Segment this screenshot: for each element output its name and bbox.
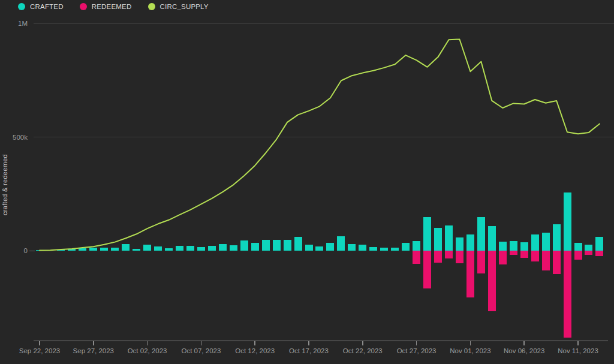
x-tick-label: Oct 27, 2023 bbox=[397, 347, 437, 354]
crafted-bar bbox=[143, 245, 151, 251]
crafted-bar bbox=[133, 249, 140, 251]
crafted-bar bbox=[294, 237, 302, 251]
y-axis-title: crafted & redeemed bbox=[1, 140, 8, 230]
redeemed-bar bbox=[423, 251, 431, 288]
crafted-bar bbox=[456, 237, 463, 251]
crafted-bar bbox=[477, 217, 485, 251]
legend-item-crafted[interactable]: CRAFTED bbox=[18, 3, 64, 10]
crafted-bar bbox=[369, 247, 377, 251]
crafted-bar bbox=[542, 233, 550, 251]
crafted-bar bbox=[79, 248, 86, 251]
crafted-bar bbox=[100, 248, 108, 251]
crafted-bar bbox=[413, 241, 420, 251]
redeemed-bar bbox=[488, 251, 496, 311]
redeemed-bar bbox=[531, 251, 539, 261]
redeemed-bar bbox=[574, 251, 582, 260]
crafted-bar bbox=[154, 246, 162, 251]
crafted-bar bbox=[520, 242, 528, 251]
crafted-bar bbox=[89, 248, 97, 251]
x-tick-label: Nov 01, 2023 bbox=[450, 347, 490, 354]
crafted-bar bbox=[466, 234, 474, 251]
crafted-bar bbox=[262, 240, 270, 251]
crafted-bar bbox=[122, 244, 130, 251]
redeemed-bar bbox=[456, 251, 463, 263]
x-tick-label: Oct 07, 2023 bbox=[181, 347, 221, 354]
circ-supply-line bbox=[40, 40, 600, 251]
redeemed-bar bbox=[585, 251, 592, 255]
x-tick-label: Nov 11, 2023 bbox=[558, 347, 598, 354]
crafted-bar bbox=[359, 245, 366, 251]
x-tick-label: Oct 02, 2023 bbox=[128, 347, 167, 354]
x-tick-label: Oct 22, 2023 bbox=[343, 347, 383, 354]
crafted-legend-dot-icon bbox=[18, 3, 25, 10]
crafted-bar bbox=[574, 243, 582, 251]
x-tick-label: Oct 17, 2023 bbox=[289, 347, 329, 354]
crafted-bar bbox=[445, 225, 453, 251]
redeemed-bar bbox=[564, 251, 571, 338]
crafted-bar bbox=[553, 224, 561, 251]
redeemed-bar bbox=[499, 251, 507, 264]
legend-label-circ-supply: CIRC_SUPPLY bbox=[160, 3, 209, 10]
crafted-bar bbox=[595, 237, 603, 251]
chart-root: CRAFTED REDEEMED CIRC_SUPPLY crafted & r… bbox=[0, 0, 614, 364]
crafted-bar bbox=[510, 241, 517, 251]
crafted-bar bbox=[348, 244, 356, 251]
crafted-bar bbox=[585, 245, 592, 251]
crafted-bar bbox=[488, 226, 496, 251]
crafted-bar bbox=[240, 240, 248, 251]
redeemed-bar bbox=[542, 251, 550, 270]
legend-item-circ-supply[interactable]: CIRC_SUPPLY bbox=[148, 3, 209, 10]
y-tick-label-1m: 1M bbox=[0, 20, 28, 27]
crafted-bar bbox=[326, 243, 334, 251]
redeemed-legend-dot-icon bbox=[80, 3, 87, 10]
crafted-bar bbox=[402, 243, 410, 251]
crafted-bar bbox=[564, 192, 571, 251]
legend-label-redeemed: REDEEMED bbox=[92, 3, 132, 10]
crafted-bar bbox=[423, 217, 431, 251]
crafted-bar bbox=[111, 248, 119, 251]
redeemed-bar bbox=[510, 251, 517, 255]
crafted-bar bbox=[284, 240, 291, 251]
crafted-bar bbox=[230, 245, 237, 251]
legend-item-redeemed[interactable]: REDEEMED bbox=[80, 3, 132, 10]
crafted-bar bbox=[391, 248, 399, 251]
redeemed-bar bbox=[553, 251, 561, 274]
crafted-bar bbox=[315, 246, 323, 251]
crafted-bar bbox=[197, 247, 205, 251]
legend-label-crafted: CRAFTED bbox=[30, 3, 64, 10]
redeemed-bar bbox=[466, 251, 474, 297]
crafted-bar bbox=[499, 242, 507, 251]
crafted-bar bbox=[434, 228, 442, 251]
redeemed-bar bbox=[477, 251, 485, 273]
crafted-bar bbox=[531, 234, 539, 251]
crafted-bar bbox=[380, 248, 388, 251]
x-tick-label: Nov 06, 2023 bbox=[504, 347, 544, 354]
y-tick-label-0: 0 bbox=[0, 247, 28, 254]
x-tick-label: Oct 12, 2023 bbox=[235, 347, 275, 354]
y-tick-label-500k: 500k bbox=[0, 134, 28, 141]
crafted-bar bbox=[186, 246, 194, 251]
legend: CRAFTED REDEEMED CIRC_SUPPLY bbox=[18, 3, 209, 10]
redeemed-bar bbox=[595, 251, 603, 256]
crafted-bar bbox=[208, 246, 216, 251]
plot-area: Sep 22, 2023Sep 27, 2023Oct 02, 2023Oct … bbox=[0, 0, 614, 364]
x-tick-label: Sep 27, 2023 bbox=[73, 347, 114, 354]
crafted-bar bbox=[251, 243, 259, 251]
redeemed-bar bbox=[520, 251, 528, 258]
redeemed-bar bbox=[413, 251, 420, 264]
crafted-bar bbox=[273, 240, 281, 251]
crafted-bar bbox=[219, 244, 227, 251]
crafted-bar bbox=[165, 248, 173, 251]
x-tick-label: Sep 22, 2023 bbox=[19, 347, 60, 354]
crafted-bar bbox=[176, 246, 183, 251]
crafted-bar bbox=[305, 245, 313, 251]
redeemed-bar bbox=[445, 251, 453, 258]
circ-supply-legend-dot-icon bbox=[148, 3, 155, 10]
redeemed-bar bbox=[434, 251, 442, 263]
crafted-bar bbox=[337, 236, 345, 251]
